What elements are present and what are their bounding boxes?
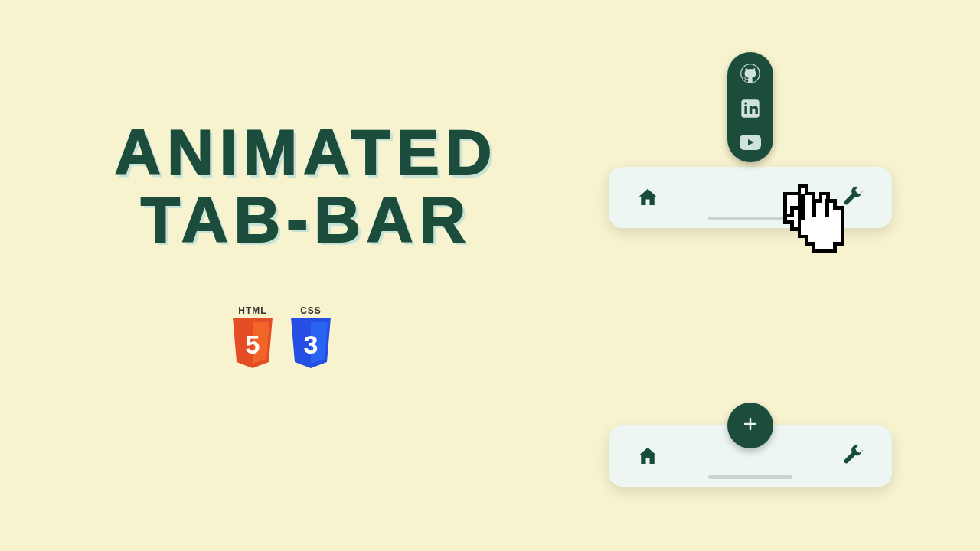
headline-line-1: ANIMATED [92,119,521,186]
tab-bar-collapsed [609,425,892,487]
headline: ANIMATED TAB-BAR [92,119,521,253]
github-icon[interactable] [740,63,761,84]
html5-label: HTML [230,306,276,315]
fab-button[interactable] [727,403,773,448]
wrench-icon[interactable] [841,186,864,209]
svg-point-7 [744,102,747,105]
css3-number: 3 [288,318,334,370]
bottom-indicator [708,475,792,479]
plus-icon [741,415,760,436]
html5-number: 5 [230,318,276,370]
headline-line-2: TAB-BAR [92,186,521,253]
home-icon[interactable] [636,445,659,468]
tab-bar-expanded [609,167,892,228]
css3-shield-icon: 3 [288,318,334,370]
home-icon[interactable] [636,186,659,209]
linkedin-icon[interactable] [740,98,761,119]
html5-shield-icon: 5 [230,318,276,370]
html5-badge: HTML 5 [230,306,276,370]
social-popover [727,52,773,162]
css3-label: CSS [288,306,334,315]
youtube-icon[interactable] [739,133,762,152]
css3-badge: CSS 3 [288,306,334,370]
tech-badges: HTML 5 CSS 3 [230,306,334,370]
wrench-icon[interactable] [841,445,864,468]
svg-rect-6 [744,106,747,115]
bottom-indicator [708,217,792,220]
